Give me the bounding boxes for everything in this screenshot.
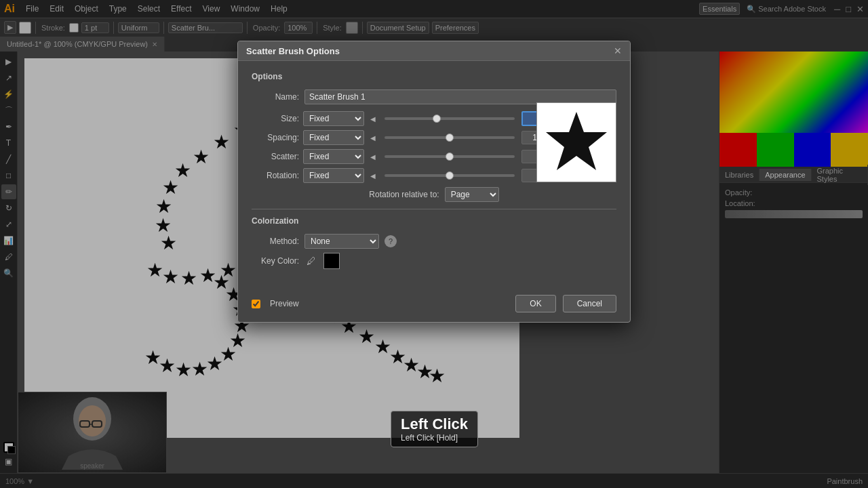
size-slider-track[interactable] xyxy=(384,117,515,120)
colorization-label: Colorization xyxy=(252,216,616,226)
scatter-mode-select[interactable]: Fixed xyxy=(303,149,364,164)
svg-marker-61 xyxy=(546,112,607,170)
scatter-arrow-left[interactable]: ◀ xyxy=(368,152,378,161)
size-mode-select[interactable]: Fixed xyxy=(303,111,364,126)
rotation-slider-thumb[interactable] xyxy=(446,171,454,180)
dialog-footer: Preview OK Cancel xyxy=(238,288,630,322)
size-slider-thumb[interactable] xyxy=(433,115,441,123)
rotation-rel-label: Rotation relative to: xyxy=(369,190,439,199)
method-label: Method: xyxy=(252,237,299,246)
method-select[interactable]: None Tints Tints and Shades Hue Shift xyxy=(304,234,379,249)
key-color-label: Key Color: xyxy=(252,256,299,266)
key-color-row: Key Color: 🖊 xyxy=(252,253,616,269)
spacing-slider-thumb[interactable] xyxy=(446,134,454,142)
size-param-label: Size: xyxy=(252,114,299,123)
cancel-button[interactable]: Cancel xyxy=(563,295,616,312)
method-row: Method: None Tints Tints and Shades Hue … xyxy=(252,234,616,249)
rotation-arrow-left[interactable]: ◀ xyxy=(368,171,378,180)
left-click-hold-label: Left Click [Hold] xyxy=(401,433,468,443)
hint-icon[interactable]: ? xyxy=(384,235,397,247)
spacing-slider-track[interactable] xyxy=(384,136,515,139)
preview-label: Preview xyxy=(270,299,299,308)
rotation-slider-track[interactable] xyxy=(384,174,515,177)
spacing-mode-select[interactable]: Fixed xyxy=(303,130,364,145)
options-section-label: Options xyxy=(252,72,616,81)
scatter-brush-dialog: Scatter Brush Options ✕ Options Name: Si… xyxy=(237,41,631,323)
dialog-titlebar: Scatter Brush Options ✕ xyxy=(238,41,630,61)
eyedropper-icon[interactable]: 🖊 xyxy=(304,254,318,268)
left-click-label: Left Click xyxy=(401,415,468,433)
scatter-slider-track[interactable] xyxy=(384,155,515,158)
ok-button[interactable]: OK xyxy=(515,295,555,312)
rotation-relative-row: Rotation relative to: Page Path xyxy=(252,187,616,202)
preview-star-svg xyxy=(542,108,610,176)
dialog-title: Scatter Brush Options xyxy=(246,46,340,56)
left-click-tooltip: Left Click Left Click [Hold] xyxy=(391,411,478,447)
rotation-param-label: Rotation: xyxy=(252,171,299,180)
scatter-slider-thumb[interactable] xyxy=(446,152,454,161)
brush-preview-area xyxy=(536,102,616,182)
rotation-mode-select[interactable]: Fixed xyxy=(303,168,364,183)
colorization-section: Colorization Method: None Tints Tints an… xyxy=(252,216,616,269)
name-field-label: Name: xyxy=(252,92,299,102)
scatter-param-label: Scatter: xyxy=(252,152,299,161)
preview-checkbox[interactable] xyxy=(252,300,260,308)
spacing-arrow-left[interactable]: ◀ xyxy=(368,133,378,142)
dialog-close-icon[interactable]: ✕ xyxy=(614,45,622,56)
spacing-param-label: Spacing: xyxy=(252,133,299,142)
rotation-rel-select[interactable]: Page Path xyxy=(445,187,499,202)
size-arrow-left[interactable]: ◀ xyxy=(368,114,378,123)
key-color-swatch[interactable] xyxy=(323,253,340,269)
dialog-divider xyxy=(252,209,616,209)
